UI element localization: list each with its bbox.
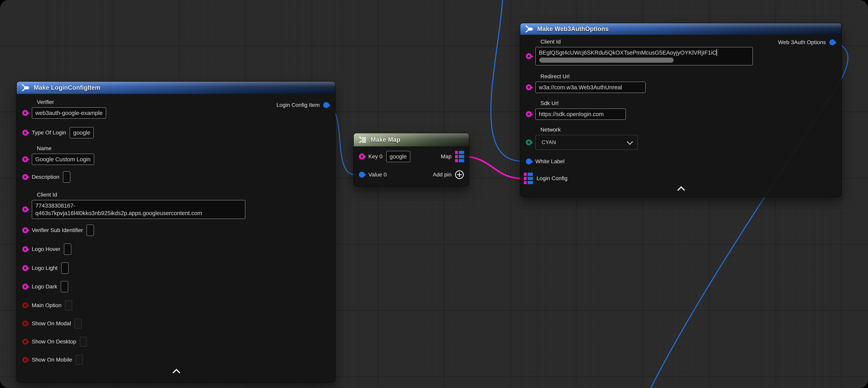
wire-offscreen-to-white-label[interactable] <box>491 0 523 161</box>
pin-row-redirect-url: Redirect Url w3a://com.w3a.Web3AuthUnrea… <box>526 73 646 93</box>
node-make-map[interactable]: Make Map Key 0 google Map Value 0 Add <box>354 133 469 186</box>
enum-input-pin[interactable] <box>526 139 532 145</box>
pin-label: Login Config Item <box>277 102 320 108</box>
pin-label: Client Id <box>540 39 753 45</box>
node-header[interactable]: Make Map <box>354 133 469 147</box>
pin-label: White Label <box>535 158 564 165</box>
pin-label: Login Config <box>536 175 567 182</box>
pin-label: Logo Hover <box>32 246 60 252</box>
string-input-pin[interactable] <box>526 84 532 90</box>
pin-label: Type Of Login <box>32 129 66 136</box>
client-id-input[interactable]: 774338308167- q463s7kpvja16l4l0kko3nb925… <box>32 200 245 219</box>
string-input-pin[interactable] <box>22 206 28 212</box>
make-map-icon <box>358 135 367 144</box>
pin-label: Value 0 <box>368 172 387 178</box>
string-input-pin[interactable] <box>22 130 28 136</box>
pin-label: Verifier <box>37 99 106 105</box>
pin-label: Show On Modal <box>32 320 71 327</box>
show-on-mobile-checkbox[interactable] <box>76 355 83 365</box>
pin-row-name: Name Google Custom Login <box>22 145 94 165</box>
string-input-pin[interactable] <box>22 110 28 116</box>
struct-output-pin[interactable] <box>323 102 329 108</box>
verifier-input[interactable]: web3auth-google-example <box>32 107 106 119</box>
string-input-pin[interactable] <box>22 284 28 290</box>
string-input-pin[interactable] <box>526 53 532 59</box>
pin-row-login-config-item-out: Login Config Item <box>277 100 329 110</box>
collapse-node-chevron-icon[interactable] <box>677 186 685 194</box>
node-header[interactable]: Make LoginConfigItem <box>17 82 335 94</box>
logo-dark-input[interactable] <box>61 281 68 292</box>
field-horizontal-scrollbar[interactable] <box>539 58 674 63</box>
bool-input-pin[interactable] <box>22 339 28 345</box>
pin-row-logo-hover: Logo Hover <box>22 243 71 255</box>
string-input-pin[interactable] <box>22 265 28 271</box>
collapse-node-chevron-icon[interactable] <box>173 369 180 377</box>
verifier-sub-identifier-input[interactable] <box>87 225 94 236</box>
pin-label: Sdk Url <box>540 100 626 107</box>
logo-hover-input[interactable] <box>64 243 71 255</box>
bool-input-pin[interactable] <box>22 357 28 363</box>
show-on-modal-checkbox[interactable] <box>74 319 82 328</box>
add-pin-label: Add pin <box>433 172 452 178</box>
pin-row-key0: Key 0 google <box>359 151 410 162</box>
add-pin-button[interactable]: Add pin <box>433 169 464 180</box>
pin-label: Logo Dark <box>32 283 57 290</box>
pin-label: Show On Mobile <box>32 357 72 363</box>
struct-input-pin[interactable] <box>526 158 532 165</box>
sdk-url-input[interactable]: https://sdk.openlogin.com <box>535 109 626 120</box>
pin-row-verifier: Verifier web3auth-google-example <box>22 99 106 119</box>
string-input-pin[interactable] <box>359 154 365 159</box>
string-input-pin[interactable] <box>22 246 28 252</box>
client-id-input[interactable]: BEglQSgt4cUWcj6SKRdu5QkOXTsePmMcusG5EAoy… <box>535 47 753 65</box>
struct-input-pin[interactable] <box>359 172 365 178</box>
blueprint-graph-canvas[interactable]: Make LoginConfigItem Login Config Item V… <box>0 0 868 388</box>
network-select[interactable]: CYAN <box>535 135 638 150</box>
string-input-pin[interactable] <box>22 227 28 233</box>
pin-row-description: Description <box>22 171 70 183</box>
node-header[interactable]: Make Web3AuthOptions <box>520 23 841 35</box>
type-of-login-input[interactable]: google <box>69 127 94 139</box>
struct-output-pin[interactable] <box>829 39 835 46</box>
bool-input-pin[interactable] <box>22 302 28 308</box>
node-make-loginconfigitem[interactable]: Make LoginConfigItem Login Config Item V… <box>17 82 335 382</box>
pin-label: Name <box>37 145 94 152</box>
pin-row-client-id: Client Id BEglQSgt4cUWcj6SKRdu5QkOXTsePm… <box>526 39 753 65</box>
node-title: Make LoginConfigItem <box>34 84 100 91</box>
pin-row-logo-dark: Logo Dark <box>22 281 68 292</box>
network-selected-value: CYAN <box>541 139 556 146</box>
name-input[interactable]: Google Custom Login <box>32 154 94 165</box>
add-pin-plus-icon <box>455 170 464 179</box>
pin-row-value0: Value 0 <box>359 169 387 180</box>
node-make-web3authoptions[interactable]: Make Web3AuthOptions Web 3Auth Options C… <box>520 23 841 197</box>
logo-light-input[interactable] <box>61 262 69 274</box>
key0-input[interactable]: google <box>386 151 410 162</box>
pin-label: Description <box>32 174 59 180</box>
description-input[interactable] <box>63 171 70 183</box>
map-output-pin[interactable] <box>455 151 464 162</box>
bool-input-pin[interactable] <box>22 321 28 327</box>
make-struct-icon <box>21 83 30 92</box>
string-input-pin[interactable] <box>526 111 532 117</box>
pin-row-verifier-sub-identifier: Verifier Sub Identifier <box>22 225 94 236</box>
show-on-desktop-checkbox[interactable] <box>80 337 87 347</box>
pin-row-main-option: Main Option <box>22 300 72 310</box>
pin-label: Network <box>540 126 638 133</box>
pin-row-type-of-login: Type Of Login google <box>22 127 94 139</box>
main-option-checkbox[interactable] <box>65 300 72 310</box>
pin-label: Redirect Url <box>540 73 646 80</box>
pin-label: Main Option <box>32 302 61 308</box>
pin-row-sdk-url: Sdk Url https://sdk.openlogin.com <box>526 100 626 120</box>
pin-label: Web 3Auth Options <box>778 39 826 46</box>
pin-row-login-config: Login Config <box>524 172 567 185</box>
string-input-pin[interactable] <box>22 156 28 162</box>
redirect-url-input[interactable]: w3a://com.w3a.Web3AuthUnreal <box>535 82 646 93</box>
map-input-pin[interactable] <box>524 173 533 184</box>
pin-label: Client Id <box>37 191 245 198</box>
text-cursor <box>716 49 717 56</box>
pin-row-client-id: Client Id 774338308167- q463s7kpvja16l4l… <box>22 191 245 219</box>
pin-label: Key 0 <box>368 153 382 160</box>
screenshot-stage: Make LoginConfigItem Login Config Item V… <box>0 0 868 388</box>
pin-row-show-on-desktop: Show On Desktop <box>22 336 87 347</box>
string-input-pin[interactable] <box>22 174 28 180</box>
client-id-line1: 774338308167- <box>35 203 75 209</box>
